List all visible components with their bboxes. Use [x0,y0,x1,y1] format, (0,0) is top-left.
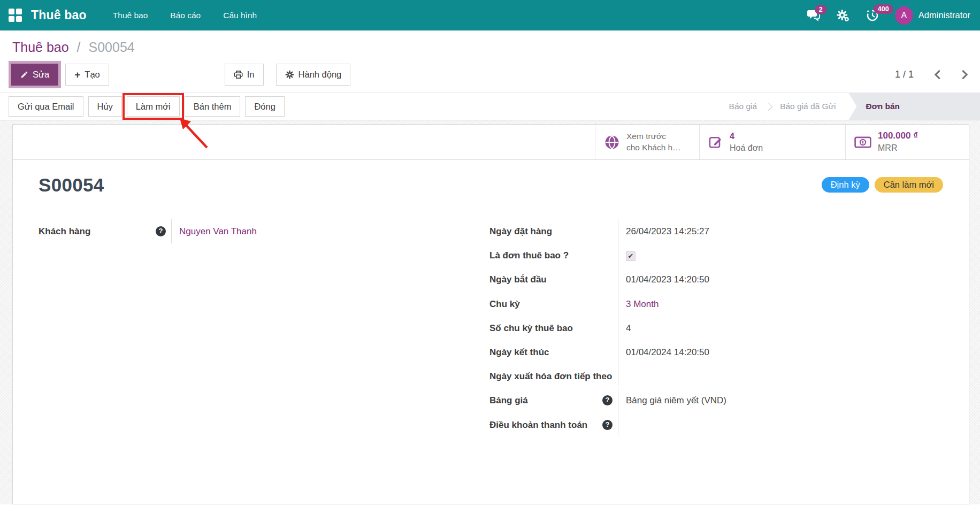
activities-count-badge: 400 [874,4,893,14]
gear-icon [836,9,850,22]
field-label: Ngày bắt đầu [489,272,547,287]
subscription-checkbox[interactable]: ✔ [626,251,636,261]
send-email-button[interactable]: Gửi qua Email [9,96,83,117]
upsell-button[interactable]: Bán thêm [185,96,241,117]
record-tags: Định kỳ Cần làm mới [822,177,943,193]
field-value [618,364,943,386]
breadcrumb-current: S00054 [89,40,135,55]
record-title: S00054 [39,174,104,196]
field-row-is-subscription: Là đơn thuê bao ? ✔ [489,243,943,267]
field-row-pricelist: Bảng giá ? Bảng giá niêm yết (VND) [489,388,943,412]
invoice-count: 4 [730,131,763,142]
tag-to-renew: Cần làm mới [875,177,943,193]
status-step-quotation[interactable]: Báo giá [721,93,766,120]
print-button[interactable]: In [225,64,264,86]
statusbar: Báo giá Báo giá đã Gửi Đơn bán [721,93,980,120]
activities-icon[interactable]: 400 [866,9,879,22]
breadcrumb-parent[interactable]: Thuê bao [12,40,69,55]
breadcrumb-separator: / [77,40,81,55]
field-row-payment-terms: Điều khoản thanh toán ? [489,413,943,437]
field-row-next-invoice-date: Ngày xuất hóa đơn tiếp theo [489,364,943,388]
status-step-quotation-sent[interactable]: Báo giá đã Gửi [771,93,844,120]
money-bill-icon [854,136,871,148]
breadcrumb: Thuê bao / S00054 [0,30,980,59]
pager: 1 / 1 [895,69,968,80]
status-button-bar: Gửi qua Email Hủy Làm mới Bán thêm Đóng … [0,93,980,120]
control-panel: Sửa + Tạo In Hành động 1 / 1 [0,59,980,93]
field-label: Là đơn thuê bao ? [489,248,569,263]
create-button[interactable]: + Tạo [65,64,109,86]
plus-icon: + [74,70,80,80]
messages-icon[interactable]: 2 [807,10,820,21]
field-label: Ngày xuất hóa đơn tiếp theo [489,369,612,384]
field-label: Ngày đặt hàng [489,224,552,239]
field-label-customer: Khách hàng [39,224,90,239]
field-value [618,413,943,435]
field-label: Số chu kỳ thuê bao [489,321,573,335]
field-row-order-date: Ngày đặt hàng 26/04/2023 14:25:27 [489,219,943,243]
field-value: Bảng giá niêm yết (VND) [618,388,943,412]
customer-preview-stat-button[interactable]: Xem trước cho Khách h… [595,125,699,159]
menu-bao-cao[interactable]: Báo cáo [159,0,212,30]
user-name: Administrator [918,10,970,20]
tag-recurring: Định kỳ [822,177,869,193]
field-value[interactable]: 3 Month [618,292,943,316]
edit-square-icon [708,135,723,150]
renew-button[interactable]: Làm mới [127,96,180,117]
apps-grid-icon[interactable] [9,9,22,22]
mrr-amount: 100.000 ₫ [878,130,918,142]
printer-icon [234,70,243,79]
help-icon[interactable]: ? [602,395,612,405]
pencil-icon [20,71,28,79]
field-row-end-date: Ngày kết thúc 01/04/2024 14:20:50 [489,340,943,364]
pager-value: 1 / 1 [895,69,914,80]
invoices-stat-button[interactable]: 4 Hoá đơn [699,125,845,159]
menu-cau-hinh[interactable]: Cấu hình [212,0,268,30]
messages-count-badge: 2 [815,5,827,14]
status-step-sales-order[interactable]: Đơn bán [848,93,980,120]
mrr-stat-button[interactable]: 100.000 ₫ MRR [845,125,969,159]
avatar: A [895,6,913,25]
app-brand[interactable]: Thuê bao [31,8,87,22]
field-row-start-date: Ngày bắt đầu 01/04/2023 14:20:50 [489,267,943,292]
pager-next-icon[interactable] [961,70,968,80]
pager-previous-icon[interactable] [934,70,941,80]
field-row-period: Chu kỳ 3 Month [489,292,943,316]
field-label: Ngày kết thúc [489,345,549,359]
main-menu: Thuê bao Báo cáo Cấu hình [102,0,268,30]
cancel-button[interactable]: Hủy [88,96,122,117]
field-row-customer: Khách hàng ? Nguyen Van Thanh [39,219,489,243]
help-icon[interactable]: ? [602,420,612,430]
content-background: Xem trước cho Khách h… 4 Hoá đơn [0,120,980,504]
field-value: 01/04/2024 14:20:50 [618,340,943,364]
menu-thue-bao[interactable]: Thuê bao [102,0,159,30]
field-value-customer[interactable]: Nguyen Van Thanh [171,219,489,243]
close-button[interactable]: Đóng [245,96,284,117]
field-label: Chu kỳ [489,297,520,311]
action-gear-icon [285,70,294,79]
stat-button-row: Xem trước cho Khách h… 4 Hoá đơn [13,125,969,160]
settings-gears-icon[interactable] [836,9,850,22]
field-value: 26/04/2023 14:25:27 [618,219,943,243]
top-navbar: Thuê bao Thuê bao Báo cáo Cấu hình 2 [0,0,980,30]
field-row-cycle-count: Số chu kỳ thuê bao 4 [489,316,943,340]
form-sheet: Xem trước cho Khách h… 4 Hoá đơn [12,124,969,504]
globe-icon [604,134,620,150]
action-menu-button[interactable]: Hành động [276,64,351,86]
field-label: Điều khoản thanh toán [489,418,587,432]
help-icon[interactable]: ? [156,226,166,236]
field-value: 01/04/2023 14:20:50 [618,267,943,292]
user-menu[interactable]: A Administrator [895,6,970,25]
check-icon: ✔ [628,252,634,259]
field-label: Bảng giá [489,393,528,408]
edit-button[interactable]: Sửa [11,64,58,86]
field-value: 4 [618,316,943,340]
